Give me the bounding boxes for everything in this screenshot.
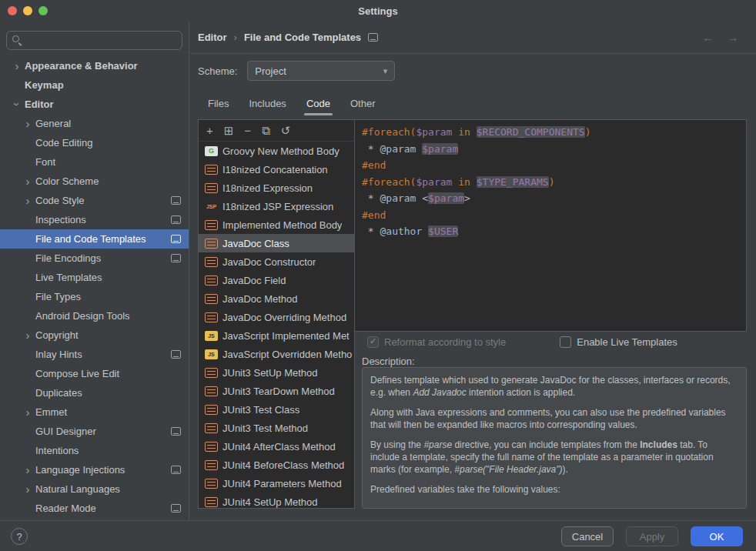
template-name: JavaDoc Field <box>222 275 286 286</box>
history-nav: ← → <box>702 22 739 54</box>
tab-files[interactable]: Files <box>198 91 239 115</box>
template-icon <box>205 239 218 249</box>
template-list-item[interactable]: JUnit3 TearDown Method <box>199 382 354 400</box>
chevron-right-icon[interactable]: › <box>22 329 34 341</box>
sidebar-item-font[interactable]: Font <box>0 152 189 172</box>
apply-button[interactable]: Apply <box>626 526 678 546</box>
reset-template-button[interactable]: ↺ <box>281 125 291 136</box>
sidebar-item-code-style[interactable]: ›Code Style <box>0 191 189 210</box>
sidebar-item-compose-live-edit[interactable]: Compose Live Edit <box>0 364 189 383</box>
tab-other[interactable]: Other <box>340 91 386 115</box>
template-list-item[interactable]: JavaDoc Method <box>199 289 354 308</box>
template-list-item[interactable]: JUnit3 Test Method <box>199 419 354 437</box>
sidebar-item-general[interactable]: ›General <box>0 114 189 133</box>
sidebar-item-natural-languages[interactable]: ›Natural Languages <box>0 479 189 499</box>
screen-icon <box>171 504 181 513</box>
template-list-item[interactable]: JUnit4 BeforeClass Method <box>199 456 354 474</box>
template-list-item[interactable]: JSPI18nized JSP Expression <box>199 197 354 215</box>
sidebar-item-keymap[interactable]: Keymap <box>0 75 189 95</box>
sidebar-item-duplicates[interactable]: Duplicates <box>0 383 189 402</box>
screen-icon <box>171 215 181 224</box>
description-paragraph: Defines template which used to generate … <box>370 374 738 399</box>
template-list-item[interactable]: Implemented Method Body <box>199 215 354 234</box>
sidebar-item-label: Intentions <box>35 445 79 456</box>
sidebar-item-label: Natural Languages <box>35 483 120 495</box>
reformat-checkbox[interactable] <box>367 336 379 348</box>
template-icon <box>205 183 218 193</box>
chevron-right-icon[interactable]: › <box>22 175 34 187</box>
chevron-right-icon[interactable]: › <box>22 118 34 129</box>
sidebar-item-gui-designer[interactable]: GUI Designer <box>0 422 189 441</box>
minimize-window-button[interactable] <box>23 6 32 15</box>
sidebar-item-label: Compose Live Edit <box>35 368 119 379</box>
sidebar-item-file-and-code-templates[interactable]: File and Code Templates <box>0 229 189 249</box>
breadcrumb-section[interactable]: Editor <box>198 32 227 43</box>
chevron-right-icon[interactable]: › <box>22 464 34 476</box>
ok-button[interactable]: OK <box>691 526 743 546</box>
sidebar-item-file-types[interactable]: File Types <box>0 287 189 306</box>
template-name: I18nized Concatenation <box>222 164 328 175</box>
template-name: JUnit4 AfterClass Method <box>222 441 336 452</box>
page-header: Editor › File and Code Templates ← → <box>189 22 756 54</box>
template-list-item[interactable]: I18nized Expression <box>199 179 354 197</box>
sidebar-item-code-editing[interactable]: Code Editing <box>0 133 189 152</box>
template-list-item[interactable]: GGroovy New Method Body <box>199 142 354 160</box>
template-list-item[interactable]: JavaDoc Field <box>199 271 354 289</box>
add-template-button[interactable]: + <box>206 125 213 136</box>
settings-search[interactable] <box>6 31 182 50</box>
template-list-item[interactable]: JUnit4 SetUp Method <box>199 493 354 508</box>
back-button[interactable]: ← <box>702 31 714 45</box>
create-from-template-button[interactable]: ⊞ <box>224 125 234 136</box>
template-list-item[interactable]: JUnit3 SetUp Method <box>199 363 354 382</box>
sidebar-item-appearance-behavior[interactable]: ›Appearance & Behavior <box>0 56 189 75</box>
sidebar-item-file-encodings[interactable]: File Encodings <box>0 249 189 268</box>
tab-includes[interactable]: Includes <box>239 91 296 115</box>
sidebar-item-copyright[interactable]: ›Copyright <box>0 326 189 345</box>
template-list-item[interactable]: JUnit4 Parameters Method <box>199 474 354 493</box>
sidebar-item-label: File and Code Templates <box>35 233 146 245</box>
sidebar-item-inlay-hints[interactable]: Inlay Hints <box>0 345 189 364</box>
template-list-item[interactable]: JavaDoc Overriding Method <box>199 308 354 326</box>
chevron-down-icon[interactable]: › <box>12 99 23 111</box>
template-icon <box>205 405 218 415</box>
screen-icon <box>171 254 181 262</box>
sidebar-item-emmet[interactable]: ›Emmet <box>0 402 189 422</box>
copy-template-button[interactable]: ⧉ <box>262 125 270 136</box>
template-list-item[interactable]: I18nized Concatenation <box>199 160 354 179</box>
live-templates-checkbox[interactable] <box>560 336 571 348</box>
template-icon <box>205 497 218 507</box>
chevron-right-icon[interactable]: › <box>11 60 23 72</box>
template-list-item[interactable]: JUnit4 AfterClass Method <box>199 437 354 456</box>
sidebar-item-language-injections[interactable]: ›Language Injections <box>0 460 189 479</box>
sidebar-item-android-design-tools[interactable]: Android Design Tools <box>0 306 189 326</box>
forward-button[interactable]: → <box>727 31 739 45</box>
sidebar-item-color-scheme[interactable]: ›Color Scheme <box>0 172 189 191</box>
sidebar-item-reader-mode[interactable]: Reader Mode <box>0 499 189 518</box>
sidebar-item-label: File Encodings <box>35 252 101 264</box>
traffic-lights <box>8 6 48 15</box>
help-button[interactable]: ? <box>11 528 28 545</box>
cancel-button[interactable]: Cancel <box>561 526 614 546</box>
settings-search-input[interactable] <box>27 35 176 46</box>
tab-code[interactable]: Code <box>296 91 340 115</box>
remove-template-button[interactable]: − <box>244 125 251 136</box>
sidebar-item-label: Inlay Hints <box>35 349 82 360</box>
chevron-right-icon[interactable]: › <box>22 483 34 495</box>
sidebar-item-editor[interactable]: ›Editor <box>0 95 189 114</box>
chevron-right-icon[interactable]: › <box>22 195 34 206</box>
template-list-item[interactable]: JavaDoc Constructor <box>199 252 354 271</box>
sidebar-item-inspections[interactable]: Inspections <box>0 210 189 229</box>
template-editor[interactable]: #foreach($param in $RECORD_COMPONENTS) *… <box>355 119 747 332</box>
sidebar-item-intentions[interactable]: Intentions <box>0 441 189 460</box>
close-window-button[interactable] <box>8 6 17 15</box>
scheme-select[interactable]: Project ▾ <box>247 61 395 81</box>
template-icon <box>205 165 218 175</box>
zoom-window-button[interactable] <box>38 6 48 15</box>
template-list-item[interactable]: JSJavaScript Implemented Met <box>199 326 354 345</box>
chevron-right-icon[interactable]: › <box>22 406 34 418</box>
template-list-item[interactable]: JavaDoc Class <box>199 234 354 252</box>
template-list-item[interactable]: JUnit3 Test Class <box>199 400 354 419</box>
template-list-item[interactable]: JSJavaScript Overridden Metho <box>199 345 354 363</box>
template-options: Reformat according to style Enable Live … <box>355 332 747 352</box>
sidebar-item-live-templates[interactable]: Live Templates <box>0 268 189 287</box>
